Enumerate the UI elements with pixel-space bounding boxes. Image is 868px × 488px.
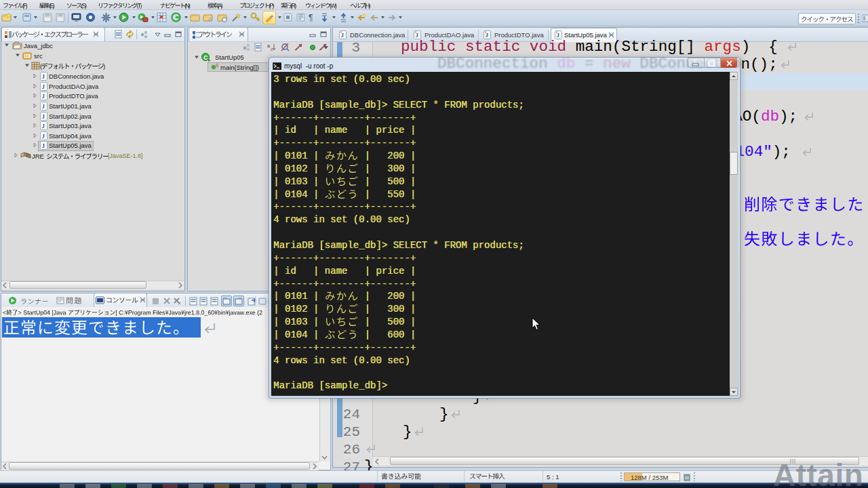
svg-text:J: J — [42, 103, 45, 110]
svg-text:J: J — [42, 93, 45, 100]
svg-text:¶: ¶ — [309, 13, 313, 22]
svg-text:J: J — [42, 132, 45, 139]
svg-text:J: J — [42, 123, 45, 129]
svg-text:a: a — [267, 43, 270, 48]
svg-text:C: C — [203, 54, 208, 61]
svg-text:J: J — [42, 142, 45, 149]
svg-text:J: J — [42, 73, 45, 80]
svg-text:J: J — [42, 83, 45, 89]
svg-text:J: J — [42, 113, 45, 119]
svg-text:S: S — [216, 63, 218, 68]
